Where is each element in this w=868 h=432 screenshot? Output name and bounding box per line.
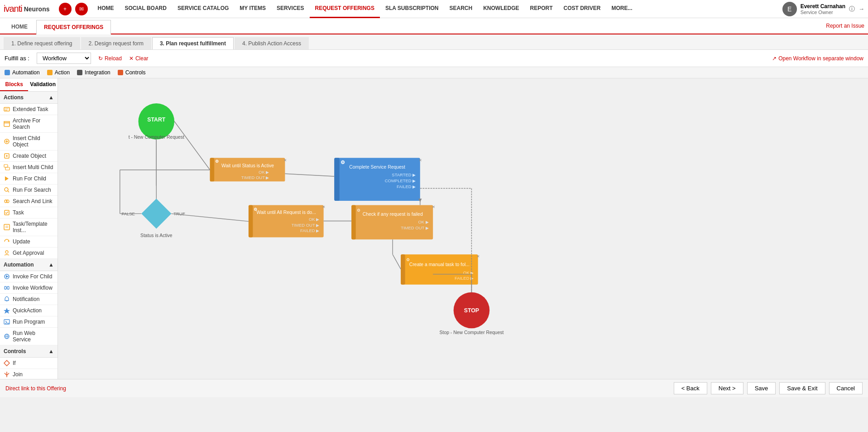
controls-label: Controls — [125, 69, 146, 76]
save-exit-button[interactable]: Save & Exit — [779, 382, 825, 394]
sidebar-item-quickaction[interactable]: QuickAction — [0, 305, 58, 316]
svg-rect-64 — [334, 158, 339, 201]
user-area: E Everett Carnahan Service Owner ⓘ → — [782, 2, 864, 16]
cancel-button[interactable]: Cancel — [829, 382, 863, 394]
wizard-tabs: 1. Define request offering 2. Design req… — [0, 34, 868, 50]
logout-icon[interactable]: → — [858, 5, 864, 12]
sidebar-item-join[interactable]: Join — [0, 369, 58, 379]
sidebar-tabs: Blocks Validation — [0, 78, 58, 92]
svg-text:STARTED ▶: STARTED ▶ — [392, 172, 416, 177]
sub-nav-request-offerings[interactable]: REQUEST OFFERINGS — [36, 20, 111, 34]
controls-items: If Join — [0, 358, 58, 379]
svg-text:START: START — [147, 116, 166, 123]
sidebar-item-invoke-workflow[interactable]: Invoke Workflow — [0, 282, 58, 294]
reload-button[interactable]: ↻ Reload — [98, 55, 122, 62]
svg-text:OK ▶: OK ▶ — [259, 170, 269, 175]
nav-search[interactable]: SEARCH — [444, 0, 478, 18]
sidebar-item-run-child[interactable]: Run For Child — [0, 173, 58, 184]
user-info: Everett Carnahan Service Owner — [801, 3, 845, 15]
sidebar-item-create-object[interactable]: Create Object — [0, 150, 58, 162]
svg-text:Wait until All Request is do..: Wait until All Request is do... — [257, 210, 317, 215]
wizard-tab-3[interactable]: 3. Plan request fulfillment — [152, 37, 234, 49]
sidebar-item-invoke-child[interactable]: Invoke For Child — [0, 271, 58, 282]
svg-text:Stop - New Computer Request: Stop - New Computer Request — [440, 330, 504, 335]
create-object-icon — [4, 153, 10, 159]
sidebar-item-if[interactable]: If — [0, 358, 58, 369]
sidebar-item-insert-multi[interactable]: Insert Multi Child — [0, 162, 58, 173]
sidebar-item-task[interactable]: Task — [0, 207, 58, 218]
wizard-tab-4[interactable]: 4. Publish Action Access — [235, 37, 309, 49]
sidebar-tab-blocks[interactable]: Blocks — [0, 78, 28, 91]
svg-text:STOP: STOP — [464, 307, 479, 314]
invoke-workflow-icon — [4, 285, 10, 291]
sidebar-item-extended-task[interactable]: Extended Task — [0, 104, 58, 115]
svg-point-14 — [5, 188, 8, 191]
direct-link[interactable]: Direct link to this Offering — [5, 385, 66, 392]
actions-section-header[interactable]: Actions ▲ — [0, 92, 58, 104]
if-icon — [4, 360, 10, 366]
sidebar-item-run-search[interactable]: Run For Search — [0, 184, 58, 196]
svg-rect-12 — [5, 167, 10, 170]
sidebar-item-insert-child[interactable]: Insert Child Object — [0, 133, 58, 150]
svg-text:OK ▶: OK ▶ — [418, 219, 428, 224]
svg-rect-3 — [4, 123, 10, 126]
svg-text:Create a manual task to fol...: Create a manual task to fol... — [409, 262, 470, 267]
report-issue-link[interactable]: Report an Issue — [826, 23, 864, 29]
svg-text:FAILED ▶: FAILED ▶ — [300, 228, 319, 233]
svg-text:⚙: ⚙ — [340, 160, 345, 165]
svg-line-15 — [8, 191, 9, 192]
svg-text:TIMED OUT ▶: TIMED OUT ▶ — [401, 225, 429, 230]
sub-nav-home[interactable]: HOME — [4, 19, 35, 34]
fulfill-select[interactable]: Workflow — [37, 53, 91, 64]
nav-request-offerings[interactable]: REQUEST OFFERINGS — [310, 0, 380, 18]
save-button[interactable]: Save — [747, 382, 776, 394]
wizard-tab-1[interactable]: 1. Define request offering — [4, 37, 80, 49]
clear-button[interactable]: ✕ Clear — [129, 55, 149, 62]
nav-myitems[interactable]: MY ITEMS — [234, 0, 271, 18]
controls-section-header[interactable]: Controls ▲ — [0, 345, 58, 358]
action-label: Action — [55, 69, 70, 76]
controls-dot — [118, 70, 123, 75]
run-child-icon — [4, 175, 10, 182]
svg-text:⚙: ⚙ — [406, 257, 410, 262]
sidebar-item-search-link[interactable]: Search And Link — [0, 196, 58, 207]
sidebar-item-run-program[interactable]: Run Program — [0, 316, 58, 328]
svg-text:×: × — [284, 157, 287, 163]
automation-section-header[interactable]: Automation ▲ — [0, 259, 58, 271]
controls-section-label: Controls — [4, 348, 26, 354]
svg-rect-72 — [351, 205, 355, 239]
nav-sla[interactable]: SLA SUBSCRIPTION — [380, 0, 444, 18]
logo: ivanti Neurons — [4, 4, 50, 14]
nav-catalog[interactable]: SERVICE CATALOG — [172, 0, 234, 18]
top-nav: ivanti Neurons + ✉ HOME SOCIAL BOARD SER… — [0, 0, 868, 18]
logo-text: ivanti — [4, 4, 22, 14]
extended-task-icon — [4, 106, 10, 112]
back-button[interactable]: < Back — [674, 382, 707, 394]
automation-items: Invoke For Child Invoke Workflow Notific… — [0, 271, 58, 345]
nav-report[interactable]: REPORT — [524, 0, 558, 18]
nav-more[interactable]: MORE... — [606, 0, 638, 18]
workflow-canvas[interactable]: START t - New Computer Request ⚙ Wait un… — [58, 78, 868, 379]
nav-services[interactable]: SERVICES — [271, 0, 309, 18]
sidebar-item-update[interactable]: Update — [0, 236, 58, 248]
help-icon[interactable]: ⓘ — [849, 5, 855, 13]
wizard-tab-2[interactable]: 2. Design request form — [81, 37, 151, 49]
next-button[interactable]: Next > — [711, 382, 743, 394]
invoke-child-icon — [4, 273, 10, 280]
plus-icon-btn[interactable]: + — [59, 3, 72, 15]
nav-cost[interactable]: COST DRIVER — [558, 0, 606, 18]
nav-home[interactable]: HOME — [92, 0, 120, 18]
sidebar-item-get-approval[interactable]: Get Approval — [0, 248, 58, 259]
fulfill-label: Fulfill as : — [5, 55, 29, 62]
reload-icon: ↻ — [98, 55, 103, 62]
open-workflow-btn[interactable]: ↗ Open Workflow in separate window — [772, 55, 863, 62]
clear-icon: ✕ — [129, 55, 134, 62]
sidebar-tab-validation[interactable]: Validation — [28, 78, 58, 91]
sidebar-item-archive-search[interactable]: Archive For Search — [0, 115, 58, 133]
nav-social[interactable]: SOCIAL BOARD — [120, 0, 172, 18]
sidebar-item-run-webservice[interactable]: Run Web Service — [0, 328, 58, 345]
chat-icon-btn[interactable]: ✉ — [75, 3, 88, 15]
sidebar-item-notification[interactable]: Notification — [0, 294, 58, 305]
sidebar-item-task-template[interactable]: Task/Template Inst... — [0, 218, 58, 236]
nav-knowledge[interactable]: KNOWLEDGE — [478, 0, 524, 18]
